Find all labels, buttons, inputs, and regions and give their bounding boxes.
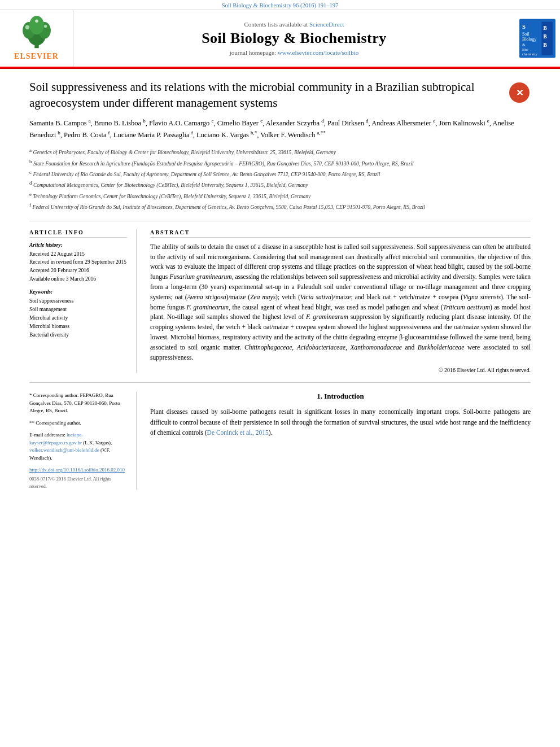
journal-title: Soil Biology & Biochemistry	[202, 30, 387, 47]
article-info-col: ARTICLE INFO Article history: Received 2…	[29, 229, 137, 374]
affiliation-e: e Technology Platform Genomics, Center f…	[29, 191, 531, 200]
corresponding-note-2: ** Corresponding author.	[29, 420, 127, 427]
section-divider	[29, 382, 531, 383]
svg-text:Soil: Soil	[522, 32, 530, 37]
history-dates: Received 22 August 2015 Received in revi…	[29, 250, 127, 283]
svg-point-4	[29, 16, 44, 34]
svg-point-7	[35, 19, 38, 23]
affiliation-c: c Federal University of Rio Grande do Su…	[29, 169, 531, 178]
intro-title: 1. Introduction	[150, 392, 531, 401]
science-direct-line: Contents lists available at ScienceDirec…	[244, 21, 344, 28]
affiliation-f: f Federal University of Rio Grande do Su…	[29, 202, 531, 211]
email-link-2[interactable]: volker.wendisch@uni-bielefeld.de	[29, 447, 99, 453]
history-label: Article history:	[29, 242, 127, 248]
svg-point-5	[25, 25, 29, 29]
journal-homepage: journal homepage: www.elsevier.com/locat…	[230, 49, 358, 56]
article-title: Soil suppressiveness and its relations w…	[29, 79, 508, 111]
authors-line: Samanta B. Campos a, Bruno B. Lisboa b, …	[29, 117, 531, 142]
received-revised-date: Received in revised form 29 September 20…	[29, 258, 127, 267]
article-title-section: Soil suppressiveness and its relations w…	[29, 79, 531, 111]
intro-paragraph: Plant diseases caused by soil-borne path…	[150, 407, 531, 438]
svg-text:&: &	[522, 42, 526, 46]
article-info-heading: ARTICLE INFO	[29, 229, 127, 238]
doi-section: http://dx.doi.org/10.1016/j.soilbio.2016…	[29, 466, 127, 490]
affiliation-a: a Genetics of Prokaryotes, Faculty of Bi…	[29, 147, 531, 156]
elsevier-logo-section: ELSEVIER	[0, 10, 73, 67]
email-footnote: E-mail addresses: luciano-kayser@fepagro…	[29, 431, 127, 462]
main-content: Soil suppressiveness and its relations w…	[0, 69, 560, 501]
svg-point-6	[43, 25, 47, 28]
doi-link[interactable]: http://dx.doi.org/10.1016/j.soilbio.2016…	[29, 466, 127, 474]
issn-line: 0038-0717/© 2016 Elsevier Ltd. All right…	[29, 475, 127, 490]
footnotes-col: * Corresponding author. FEPAGRO, Rua Gon…	[29, 392, 137, 490]
abstract-col: ABSTRACT The ability of soils to detain …	[150, 229, 531, 374]
accepted-date: Accepted 20 February 2016	[29, 267, 127, 275]
affiliation-d: d Computational Metagenomics, Center for…	[29, 180, 531, 189]
svg-text:✕: ✕	[516, 88, 523, 98]
affiliations-section: a Genetics of Prokaryotes, Faculty of Bi…	[29, 147, 531, 221]
article-info-abstract: ARTICLE INFO Article history: Received 2…	[29, 229, 531, 374]
journal-center-info: Contents lists available at ScienceDirec…	[73, 10, 515, 67]
svg-text:Biology: Biology	[522, 37, 536, 42]
keyword-5: Bacterial diversity	[29, 331, 127, 339]
svg-text:S: S	[522, 23, 526, 30]
keyword-4: Microbial biomass	[29, 322, 127, 331]
svg-text:Bio-: Bio-	[522, 47, 530, 51]
abstract-body: The ability of soils to detain the onset…	[150, 242, 531, 363]
introduction-col: 1. Introduction Plant diseases caused by…	[150, 392, 531, 490]
svg-text:chemistry: chemistry	[522, 52, 538, 56]
de-coninck-ref[interactable]: De Coninck et al., 2015	[207, 429, 269, 436]
elsevier-tree-icon	[14, 16, 59, 50]
journal-logo-right: S Soil Biology & Bio- chemistry B B B	[515, 10, 560, 67]
svg-text:B: B	[543, 25, 547, 31]
keyword-3: Microbial activity	[29, 314, 127, 322]
elsevier-brand-label: ELSEVIER	[14, 52, 59, 61]
svg-text:B: B	[543, 33, 547, 40]
copyright-line: © 2016 Elsevier Ltd. All rights reserved…	[150, 367, 531, 373]
bottom-section: * Corresponding author. FEPAGRO, Rua Gon…	[29, 392, 531, 490]
svg-text:B: B	[543, 42, 547, 48]
science-direct-link[interactable]: ScienceDirect	[309, 21, 344, 28]
crossmark-icon: ✕	[508, 79, 531, 106]
journal-logo-icon: S Soil Biology & Bio- chemistry B B B	[519, 19, 555, 58]
keywords-list: Soil suppressiveness Soil management Mic…	[29, 297, 127, 340]
corresponding-note-1: * Corresponding author. FEPAGRO, Rua Gon…	[29, 392, 127, 415]
homepage-url[interactable]: www.elsevier.com/locate/soilbio	[278, 49, 358, 56]
keyword-2: Soil management	[29, 305, 127, 314]
keywords-label: Keywords:	[29, 289, 127, 295]
affiliation-b: b State Foundation for Research in Agric…	[29, 158, 531, 168]
abstract-heading: ABSTRACT	[150, 229, 531, 238]
journal-header: ELSEVIER Contents lists available at Sci…	[0, 10, 560, 68]
received-date: Received 22 August 2015	[29, 250, 127, 259]
keyword-1: Soil suppressiveness	[29, 297, 127, 305]
available-date: Available online 3 March 2016	[29, 275, 127, 283]
journal-citation: Soil Biology & Biochemistry 96 (2016) 19…	[222, 2, 339, 8]
top-bar: Soil Biology & Biochemistry 96 (2016) 19…	[0, 0, 560, 10]
